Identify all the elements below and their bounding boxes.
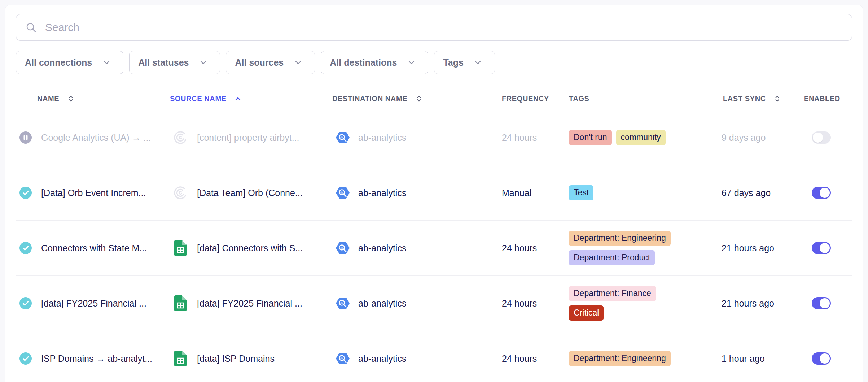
sort-ascending-icon: [230, 96, 246, 101]
source-name: [data] FY2025 Financial ...: [197, 298, 302, 309]
search-input[interactable]: [44, 21, 842, 34]
source-cell: [data] ISP Domains: [170, 351, 332, 366]
enabled-toggle[interactable]: [812, 352, 831, 365]
search-bar: [16, 14, 852, 41]
toggle-knob: [820, 353, 830, 364]
destination-name: ab-analytics: [358, 188, 406, 198]
tags-cell: Test: [567, 179, 720, 206]
enabled-toggle[interactable]: [812, 297, 831, 309]
enabled-toggle[interactable]: [812, 131, 831, 144]
tag-badge: Department: Finance: [569, 286, 656, 301]
column-header-frequency-label: FREQUENCY: [502, 95, 549, 103]
table-row[interactable]: Connectors with State M...[data] Connect…: [16, 221, 852, 276]
status-active-icon: [18, 242, 34, 254]
tag-badge: Department: Product: [569, 250, 655, 265]
bigquery-destination-icon: [335, 186, 351, 200]
frequency-value: Manual: [502, 188, 531, 198]
tags-cell: Department: Engineering: [567, 345, 720, 372]
frequency-cell: 24 hours: [498, 298, 567, 309]
filter-statuses[interactable]: All statuses: [129, 51, 220, 74]
source-cell: [Data Team] Orb (Conne...: [170, 186, 332, 200]
status-active-icon: [18, 297, 34, 309]
source-name: [content] property airbyt...: [197, 133, 299, 143]
connection-name: Google Analytics (UA) → ...: [41, 133, 151, 143]
frequency-value: 24 hours: [502, 243, 537, 253]
destination-name: ab-analytics: [358, 353, 406, 364]
column-header-destination[interactable]: DESTINATION NAME: [332, 95, 498, 103]
name-cell: Google Analytics (UA) → ...: [16, 131, 170, 144]
filter-statuses-label: All statuses: [138, 57, 189, 68]
status-paused-icon: [18, 131, 34, 144]
frequency-cell: 24 hours: [498, 353, 567, 364]
google-sheets-source-icon: [172, 295, 188, 311]
source-cell: [data] FY2025 Financial ...: [170, 295, 332, 311]
column-header-source-label: SOURCE NAME: [170, 95, 227, 103]
column-header-tags-label: TAGS: [569, 95, 589, 103]
sort-both-icon: [63, 95, 79, 103]
tag-badge: Department: Engineering: [569, 231, 671, 246]
frequency-cell: 24 hours: [498, 133, 567, 143]
filter-sources-label: All sources: [235, 57, 284, 68]
toggle-knob: [820, 188, 830, 198]
table-row[interactable]: [Data] Orb Event Increm...[Data Team] Or…: [16, 165, 852, 221]
filter-tags[interactable]: Tags: [434, 51, 495, 74]
column-header-tags: TAGS: [567, 95, 720, 103]
enabled-toggle[interactable]: [812, 187, 831, 199]
google-sheets-source-icon: [172, 240, 188, 256]
tags-wrap: Test: [567, 179, 593, 206]
last-sync-cell: 21 hours ago: [720, 298, 801, 309]
filter-connections[interactable]: All connections: [16, 51, 123, 74]
last-sync-value: 9 days ago: [722, 133, 766, 143]
tag-badge: Department: Engineering: [569, 351, 671, 366]
column-header-last_sync[interactable]: LAST SYNC: [720, 95, 801, 103]
last-sync-cell: 1 hour ago: [720, 353, 801, 364]
destination-cell: ab-analytics: [332, 186, 498, 200]
table-row[interactable]: Google Analytics (UA) → ...[content] pro…: [16, 110, 852, 165]
toggle-knob: [813, 133, 823, 143]
table-row[interactable]: [data] FY2025 Financial ...[data] FY2025…: [16, 276, 852, 331]
frequency-cell: Manual: [498, 188, 567, 198]
tag-badge: Critical: [569, 305, 604, 321]
name-cell: [Data] Orb Event Increm...: [16, 187, 170, 199]
filter-sources[interactable]: All sources: [226, 51, 315, 74]
frequency-cell: 24 hours: [498, 243, 567, 253]
tags-cell: Don't runcommunity: [567, 124, 720, 151]
last-sync-value: 67 days ago: [722, 188, 771, 198]
connection-name: Connectors with State M...: [41, 243, 147, 253]
column-header-source[interactable]: SOURCE NAME: [170, 95, 332, 103]
destination-cell: ab-analytics: [332, 131, 498, 144]
table-header: NAMESOURCE NAMEDESTINATION NAMEFREQUENCY…: [16, 89, 852, 108]
column-header-name[interactable]: NAME: [16, 95, 170, 103]
filter-bar: All connectionsAll statusesAll sourcesAl…: [16, 51, 852, 74]
destination-cell: ab-analytics: [332, 352, 498, 365]
last-sync-cell: 67 days ago: [720, 188, 801, 198]
frequency-value: 24 hours: [502, 353, 537, 364]
last-sync-value: 1 hour ago: [722, 353, 765, 364]
tag-badge: Test: [569, 185, 593, 200]
chevron-down-icon: [290, 61, 306, 65]
orb-source-icon: [172, 130, 188, 145]
source-name: [data] ISP Domains: [197, 353, 275, 364]
table-row[interactable]: ISP Domains → ab-analyt...[data] ISP Dom…: [16, 331, 852, 382]
column-header-frequency: FREQUENCY: [498, 95, 567, 103]
tags-wrap: Don't runcommunity: [567, 124, 666, 151]
destination-name: ab-analytics: [358, 133, 406, 143]
enabled-toggle[interactable]: [812, 242, 831, 254]
source-name: [data] Connectors with S...: [197, 243, 303, 253]
chevron-down-icon: [195, 61, 211, 65]
column-header-last_sync-label: LAST SYNC: [723, 95, 766, 103]
filter-connections-label: All connections: [25, 57, 92, 68]
name-cell: ISP Domains → ab-analyt...: [16, 352, 170, 365]
connection-name: ISP Domains → ab-analyt...: [41, 353, 152, 364]
filter-tags-label: Tags: [443, 57, 464, 68]
orb-source-icon: [172, 186, 188, 200]
column-header-enabled-label: ENABLED: [804, 95, 840, 103]
filter-destinations[interactable]: All destinations: [321, 51, 428, 74]
last-sync-value: 21 hours ago: [722, 243, 774, 253]
name-cell: [data] FY2025 Financial ...: [16, 297, 170, 309]
search-icon: [26, 22, 36, 33]
table-body: Google Analytics (UA) → ...[content] pro…: [16, 110, 852, 382]
destination-name: ab-analytics: [358, 243, 406, 253]
toggle-knob: [820, 298, 830, 308]
toggle-knob: [820, 243, 830, 253]
